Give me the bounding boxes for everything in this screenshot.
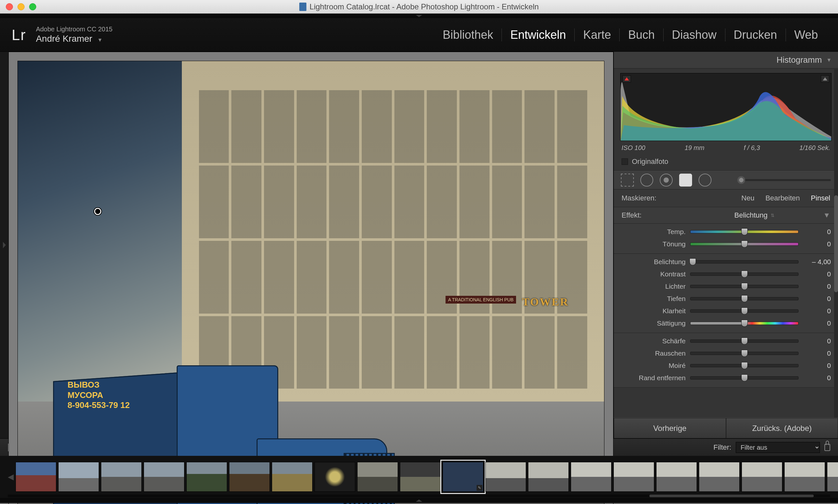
slider-moir-[interactable]: Moiré0: [621, 360, 831, 372]
filmstrip-thumbnail[interactable]: [784, 462, 825, 492]
slider-tiefen[interactable]: Tiefen0: [621, 292, 831, 305]
previous-button[interactable]: Vorherige: [614, 418, 726, 438]
mask-new-tab[interactable]: Neu: [741, 194, 754, 202]
slider-value[interactable]: – 4,00: [803, 258, 831, 266]
filmstrip-thumbnail[interactable]: [229, 462, 270, 492]
slider-value[interactable]: 0: [803, 283, 831, 290]
slider-t-nung[interactable]: Tönung0: [621, 238, 831, 250]
filmstrip-thumbnail[interactable]: [357, 462, 398, 492]
mask-brush-tab[interactable]: Pinsel: [811, 194, 830, 202]
slider-track[interactable]: [690, 230, 799, 233]
slider-thumb[interactable]: [741, 362, 748, 369]
filmstrip-thumbnail[interactable]: [827, 462, 838, 492]
slider-thumb[interactable]: [689, 258, 696, 266]
slider-kontrast[interactable]: Kontrast0: [621, 268, 831, 280]
slider-track[interactable]: [690, 272, 799, 276]
filmstrip-thumbnail[interactable]: [16, 462, 56, 492]
filmstrip-thumbnail[interactable]: [485, 462, 526, 492]
filter-dropdown[interactable]: Filter aus: [736, 442, 820, 453]
filmstrip-thumbnail[interactable]: [186, 462, 227, 492]
filmstrip-thumbnail[interactable]: [101, 462, 142, 492]
histogram[interactable]: [620, 73, 832, 141]
original-photo-toggle[interactable]: Originalfoto: [614, 155, 838, 171]
slider-track[interactable]: [690, 309, 799, 312]
tool-size-slider[interactable]: [737, 179, 831, 181]
bottom-panel-grip[interactable]: [0, 498, 838, 503]
filmstrip-thumbnail[interactable]: [400, 462, 441, 492]
filmstrip-thumbnail[interactable]: [58, 462, 99, 492]
slider-temp-[interactable]: Temp.0: [621, 226, 831, 238]
filmstrip-thumbnail[interactable]: [144, 462, 185, 492]
effect-swap-icon[interactable]: ⇅: [771, 213, 778, 218]
crop-tool-icon[interactable]: [621, 174, 634, 186]
slider-track[interactable]: [690, 297, 799, 300]
left-panel-grip[interactable]: [0, 52, 8, 438]
slider-thumb[interactable]: [741, 320, 748, 327]
slider-s-ttigung[interactable]: Sättigung0: [621, 317, 831, 329]
slider-track[interactable]: [690, 322, 799, 325]
slider-thumb[interactable]: [741, 374, 748, 381]
slider-thumb[interactable]: [741, 240, 748, 248]
top-panel-grip[interactable]: [0, 14, 838, 18]
adjustment-brush-tool-icon[interactable]: [718, 174, 731, 186]
histogram-header[interactable]: Histogramm▼: [614, 52, 838, 69]
slider-value[interactable]: 0: [803, 240, 831, 248]
slider-rand-entfernen[interactable]: Rand entfernen0: [621, 372, 831, 384]
slider-track[interactable]: [690, 364, 799, 367]
module-bibliothek[interactable]: Bibliothek: [434, 28, 502, 42]
slider-thumb[interactable]: [741, 307, 748, 314]
filmstrip-thumbnail[interactable]: ✎: [443, 462, 483, 492]
slider-rauschen[interactable]: Rauschen0: [621, 347, 831, 360]
module-buch[interactable]: Buch: [619, 28, 663, 42]
adjustment-pin[interactable]: [94, 208, 101, 215]
filmstrip-scrollbar[interactable]: [8, 494, 830, 497]
filmstrip-thumbnail[interactable]: [528, 462, 569, 492]
slider-belichtung[interactable]: Belichtung– 4,00: [621, 256, 831, 268]
mask-edit-tab[interactable]: Bearbeiten: [766, 194, 800, 202]
slider-track[interactable]: [690, 260, 799, 264]
slider-value[interactable]: 0: [803, 337, 831, 345]
slider-lichter[interactable]: Lichter0: [621, 280, 831, 292]
graduated-filter-tool-icon[interactable]: [679, 174, 692, 186]
filmstrip-left-icon[interactable]: ◀: [8, 472, 14, 481]
module-diashow[interactable]: Diashow: [664, 28, 725, 42]
slider-value[interactable]: 0: [803, 374, 831, 382]
slider-thumb[interactable]: [741, 228, 748, 235]
slider-value[interactable]: 0: [803, 362, 831, 370]
right-panel-scrollbar[interactable]: [834, 69, 838, 418]
slider-track[interactable]: [690, 285, 799, 288]
reset-button[interactable]: Zurücks. (Adobe): [726, 418, 838, 438]
filter-lock-icon[interactable]: [824, 444, 830, 451]
effect-row[interactable]: Effekt: Belichtung ⇅ ▼: [614, 207, 838, 224]
slider-sch-rfe[interactable]: Schärfe0: [621, 335, 831, 347]
filmstrip-thumbnail[interactable]: [571, 462, 612, 492]
module-karte[interactable]: Karte: [575, 28, 619, 42]
spot-removal-tool-icon[interactable]: [640, 174, 653, 186]
filmstrip-thumbnail[interactable]: [272, 462, 313, 492]
slider-track[interactable]: [690, 339, 799, 343]
slider-value[interactable]: 0: [803, 295, 831, 303]
filmstrip-thumbnail[interactable]: [699, 462, 740, 492]
red-eye-tool-icon[interactable]: [660, 174, 673, 186]
slider-klarheit[interactable]: Klarheit0: [621, 305, 831, 317]
filmstrip-thumbnail[interactable]: [613, 462, 654, 492]
radial-filter-tool-icon[interactable]: [699, 174, 712, 186]
slider-value[interactable]: 0: [803, 270, 831, 278]
slider-thumb[interactable]: [741, 283, 748, 290]
slider-thumb[interactable]: [741, 350, 748, 357]
module-drucken[interactable]: Drucken: [726, 28, 786, 42]
module-entwickeln[interactable]: Entwickeln: [502, 28, 574, 42]
slider-track[interactable]: [690, 376, 799, 380]
slider-value[interactable]: 0: [803, 228, 831, 236]
slider-thumb[interactable]: [741, 271, 748, 278]
slider-thumb[interactable]: [741, 338, 748, 345]
slider-value[interactable]: 0: [803, 319, 831, 327]
slider-value[interactable]: 0: [803, 307, 831, 315]
slider-track[interactable]: [690, 352, 799, 355]
filmstrip-thumbnail[interactable]: [741, 462, 782, 492]
slider-track[interactable]: [690, 242, 799, 246]
slider-value[interactable]: 0: [803, 349, 831, 357]
module-web[interactable]: Web: [786, 28, 826, 42]
slider-thumb[interactable]: [741, 295, 748, 302]
identity-plate[interactable]: André Kramer ▼: [36, 34, 112, 44]
